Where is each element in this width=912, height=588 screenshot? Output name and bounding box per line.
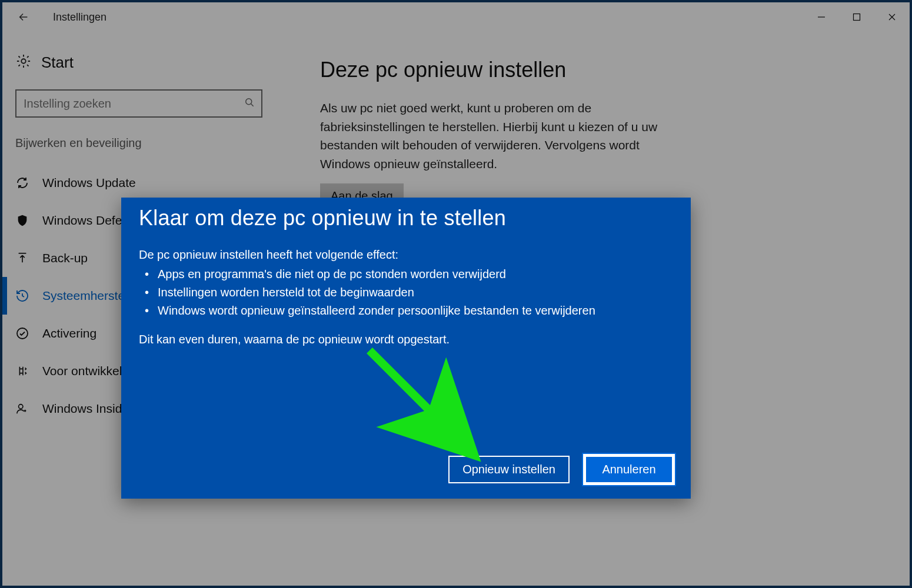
dialog-title: Klaar om deze pc opnieuw in te stellen xyxy=(139,206,673,230)
dialog-bullets: Apps en programma's die niet op de pc st… xyxy=(139,265,673,320)
dialog-footer: Opnieuw instellen Annuleren xyxy=(448,456,673,483)
dialog-bullet: Windows wordt opnieuw geïnstalleerd zond… xyxy=(139,302,673,320)
dialog-note: Dit kan even duren, waarna de pc opnieuw… xyxy=(139,330,673,349)
reset-button[interactable]: Opnieuw instellen xyxy=(448,456,570,483)
cancel-button[interactable]: Annuleren xyxy=(585,456,673,483)
dialog-bullet: Apps en programma's die niet op de pc st… xyxy=(139,265,673,283)
dialog-bullet: Instellingen worden hersteld tot de begi… xyxy=(139,283,673,302)
settings-window: Instellingen Start xyxy=(2,2,910,586)
reset-dialog: Klaar om deze pc opnieuw in te stellen D… xyxy=(121,198,691,499)
dialog-intro: De pc opnieuw instellen heeft het volgen… xyxy=(139,246,673,264)
dialog-body: De pc opnieuw instellen heeft het volgen… xyxy=(139,246,673,349)
